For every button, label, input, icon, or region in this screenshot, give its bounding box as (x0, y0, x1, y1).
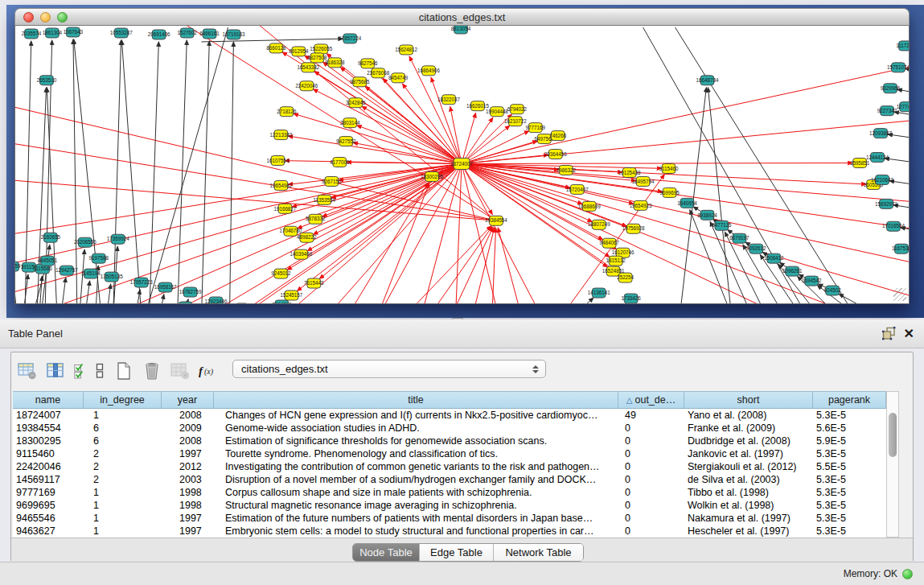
table-body: 1872400712008Changes of HCN gene express… (13, 409, 886, 538)
close-window-button[interactable] (23, 12, 34, 23)
graph-node-label: 18495794 (632, 179, 655, 184)
row-selection-icon[interactable] (73, 360, 86, 381)
table-row[interactable]: 1830029562008Estimation of significance … (13, 435, 886, 447)
network-table-select-value: citations_edges.txt (241, 363, 328, 375)
graph-node-label: 15692971 (875, 201, 897, 207)
tab-edge-table[interactable]: Edge Table (419, 544, 493, 561)
graph-node-label: 10688609 (578, 204, 601, 209)
graph-node-label: 12923446 (205, 299, 228, 303)
table-cell-in_degree: 2 (84, 473, 162, 486)
graph-node-label: 18322037 (437, 97, 460, 102)
table-cell-out_degree: 0 (618, 473, 684, 486)
graph-node-label: 12942757 (55, 267, 78, 273)
graph-node-label: 12213383 (269, 132, 292, 138)
new-table-icon[interactable] (113, 360, 134, 381)
table-cell-pagerank: 5.3E-5 (813, 512, 886, 525)
graph-node-label: 2653510 (37, 77, 57, 83)
graph-edge (462, 164, 909, 303)
graph-node-label: 2160655 (41, 234, 61, 240)
graph-node-label: 924502 (824, 287, 841, 293)
table-cell-year: 1998 (162, 499, 214, 512)
graph-node-label: 15751074 (887, 64, 909, 70)
graph-node-label: 4177006 (330, 159, 350, 165)
graph-edge (462, 48, 909, 164)
graph-node-label: 16958167 (154, 284, 177, 290)
graph-edge (74, 39, 101, 303)
graph-edge (202, 39, 343, 42)
tab-network-table[interactable]: Network Table (493, 544, 583, 561)
close-panel-icon[interactable]: ✕ (904, 328, 914, 340)
zoom-window-button[interactable] (57, 12, 68, 23)
tab-node-table[interactable]: Node Table (353, 544, 419, 561)
table-cell-year: 2012 (162, 460, 214, 473)
graph-node-label: 9827546 (358, 60, 378, 66)
network-table-select[interactable]: citations_edges.txt (232, 360, 546, 378)
graph-edge (113, 40, 121, 303)
table-row[interactable]: 1456911722003Disruption of a novel membe… (13, 473, 886, 486)
table-row[interactable]: 977716911998Corpus callosum shape and si… (13, 486, 886, 499)
table-cell-title: Tourette syndrome. Phenomenology and cla… (214, 447, 618, 460)
graph-node-label: 16543382 (297, 64, 319, 70)
graph-node-label: 9875685 (350, 79, 370, 84)
table-row[interactable]: 1872400712008Changes of HCN gene express… (13, 409, 886, 422)
column-header-year[interactable]: year (162, 392, 214, 408)
delete-table-icon[interactable] (142, 360, 162, 381)
table-cell-out_degree: 0 (618, 512, 684, 525)
graph-node-label: 16626015 (466, 103, 489, 109)
select-column-icon[interactable] (45, 360, 66, 381)
graph-edge (462, 163, 852, 164)
column-header-short[interactable]: short (684, 392, 813, 408)
graph-node-label: 1167534 (892, 245, 909, 251)
graph-edge (452, 227, 493, 303)
table-row[interactable]: 946554611997Estimation of the future num… (13, 512, 886, 525)
table-row[interactable]: 1938455462009Genome-wide association stu… (13, 422, 886, 435)
column-header-pagerank[interactable]: pagerank (813, 392, 886, 408)
network-window-titlebar[interactable]: citations_edges.txt (14, 8, 910, 26)
memory-status-indicator[interactable] (902, 569, 913, 579)
table-row[interactable]: 911546021997Tourette syndrome. Phenomeno… (13, 447, 886, 460)
graph-node-label: 1694542 (802, 278, 822, 283)
table-cell-in_degree: 1 (84, 499, 162, 512)
float-panel-icon[interactable] (882, 327, 896, 340)
column-header-title[interactable]: title (214, 392, 618, 408)
table-cell-pagerank: 5.3E-5 (813, 473, 886, 486)
graph-node-label: 16782759 (179, 289, 202, 295)
graph-node-label: 1096261 (782, 268, 803, 274)
table-cell-name: 9465546 (13, 512, 84, 525)
table-cell-in_degree: 6 (84, 435, 162, 447)
column-header-out_degree[interactable]: △out_de… (618, 392, 684, 408)
graph-node-label: 19756928 (622, 225, 645, 231)
function-builder-icon[interactable]: f (x) (198, 360, 219, 381)
stacked-squares-icon[interactable] (93, 360, 106, 381)
graph-node-label: 18724007 (450, 161, 473, 167)
graph-node-label: 12444134 (866, 154, 889, 160)
graph-node-label: 1595851 (850, 160, 870, 166)
minimize-window-button[interactable] (40, 12, 51, 23)
scrollbar-thumb[interactable] (889, 413, 897, 457)
column-header-name[interactable]: name (13, 392, 84, 408)
column-settings-icon[interactable] (17, 360, 38, 381)
network-svg[interactable]: 1872400718300295193845548660128891295415… (15, 26, 909, 303)
table-cell-short: Nakamura et al. (1997) (684, 512, 813, 525)
graph-edge (498, 228, 521, 303)
table-row[interactable]: 969969511998Structural magnetic resonanc… (13, 499, 886, 512)
network-canvas[interactable]: 1872400718300295193845548660128891295415… (14, 26, 910, 304)
graph-node-label: 9245012 (271, 270, 291, 276)
graph-node-label: 7615443 (304, 280, 324, 286)
graph-edge (575, 298, 593, 303)
window-resize-grip[interactable] (893, 288, 906, 301)
graph-node-label: 4845051 (38, 257, 58, 263)
graph-node-label: 17857224 (339, 35, 361, 41)
graph-node-label: 20206556 (74, 239, 97, 245)
graph-node-label: 20364456 (544, 151, 567, 157)
table-cell-short: Jankovic et al. (1997) (684, 447, 813, 460)
table-cell-pagerank: 5.3E-5 (813, 447, 886, 460)
table-row[interactable]: 946362711997Embryonic stem cells: a mode… (13, 525, 886, 538)
table-vertical-scrollbar[interactable] (886, 391, 899, 538)
table-row[interactable]: 2242004622012Investigating the contribut… (13, 460, 886, 473)
table-cell-short: Franke et al. (2009) (684, 422, 813, 435)
graph-edge (121, 40, 141, 303)
column-header-in_degree[interactable]: in_degree (84, 392, 162, 408)
sort-ascending-icon: △ (626, 396, 633, 405)
network-window-title: citations_edges.txt (419, 11, 506, 23)
